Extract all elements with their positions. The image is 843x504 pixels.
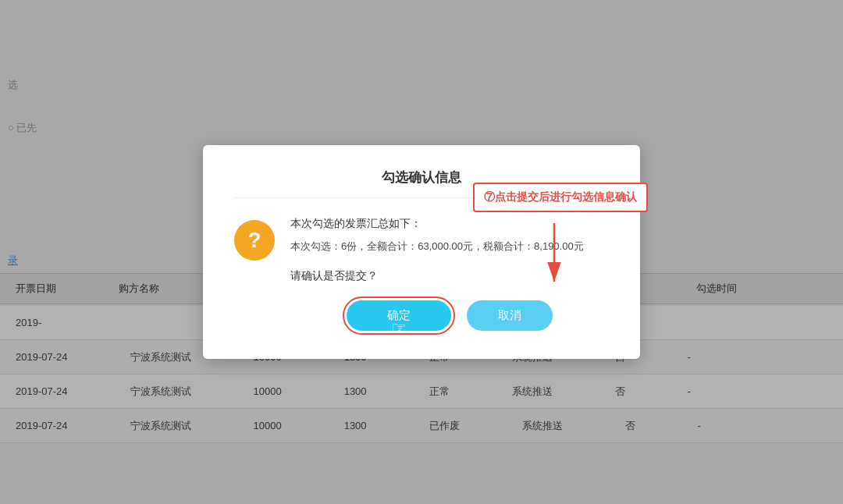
modal-overlay: 勾选确认信息 ⑦点击提交后进行勾选信息确认 ? 本次勾选的发票汇总如下： 本次勾… [0,0,843,504]
modal-buttons: 确定☞ 取消 [290,300,609,331]
modal-summary-title: 本次勾选的发票汇总如下： [290,217,609,231]
modal-dialog: 勾选确认信息 ⑦点击提交后进行勾选信息确认 ? 本次勾选的发票汇总如下： 本次勾… [203,145,640,359]
question-icon: ? [234,220,275,261]
annotation-box: ⑦点击提交后进行勾选信息确认 [473,183,648,212]
cancel-button[interactable]: 取消 [467,300,553,331]
modal-content: 本次勾选的发票汇总如下： 本次勾选：6份，全额合计：63,000.00元，税额合… [290,217,609,331]
confirm-cursor: ☞ [391,318,407,339]
confirm-button[interactable]: 确定☞ [347,300,451,331]
modal-summary-detail: 本次勾选：6份，全额合计：63,000.00元，税额合计：8,190.00元 [290,239,609,255]
modal-confirm-text: 请确认是否提交？ [290,269,609,283]
modal-body: ? 本次勾选的发票汇总如下： 本次勾选：6份，全额合计：63,000.00元，税… [234,217,609,331]
